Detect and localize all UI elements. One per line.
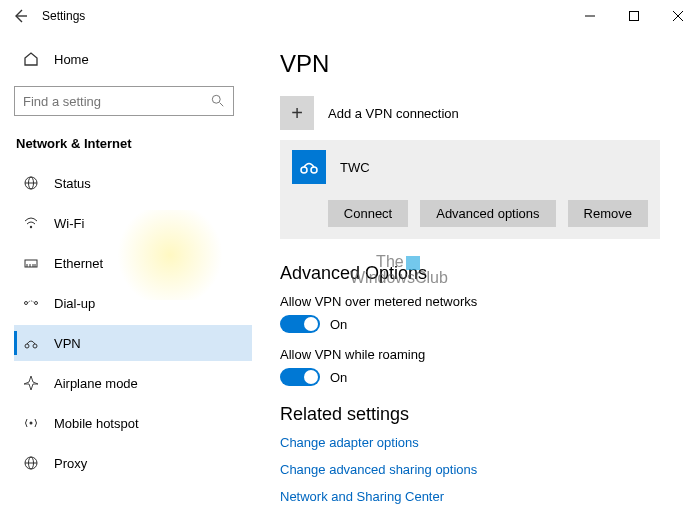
sidebar-item-label: Proxy (54, 456, 87, 471)
svg-point-4 (212, 95, 220, 103)
link-adapter-options[interactable]: Change adapter options (280, 435, 672, 450)
sidebar-item-label: Status (54, 176, 91, 191)
link-network-center[interactable]: Network and Sharing Center (280, 489, 672, 504)
main-content: VPN + Add a VPN connection TWC Connect A… (252, 32, 700, 526)
sidebar-item-proxy[interactable]: Proxy (14, 445, 252, 481)
metered-state: On (330, 317, 347, 332)
sidebar-item-label: Airplane mode (54, 376, 138, 391)
sidebar-item-label: VPN (54, 336, 81, 351)
svg-line-5 (220, 103, 224, 107)
wifi-icon (22, 214, 40, 232)
vpn-connection-card[interactable]: TWC Connect Advanced options Remove (280, 140, 660, 239)
metered-label: Allow VPN over metered networks (280, 294, 672, 309)
svg-point-17 (25, 344, 29, 348)
svg-point-9 (30, 226, 32, 228)
svg-point-23 (301, 167, 307, 173)
dialup-icon (22, 294, 40, 312)
plus-icon: + (280, 96, 314, 130)
minimize-button[interactable] (568, 0, 612, 32)
sidebar: Home Network & Internet Status Wi-Fi Eth… (0, 32, 252, 526)
sidebar-item-vpn[interactable]: VPN (14, 325, 252, 361)
page-title: VPN (280, 50, 672, 78)
proxy-icon (22, 454, 40, 472)
roaming-label: Allow VPN while roaming (280, 347, 672, 362)
sidebar-home-label: Home (54, 52, 89, 67)
sidebar-item-dialup[interactable]: Dial-up (14, 285, 252, 321)
hotspot-icon (22, 414, 40, 432)
add-vpn-connection[interactable]: + Add a VPN connection (280, 96, 672, 130)
airplane-icon (22, 374, 40, 392)
vpn-connection-icon (292, 150, 326, 184)
metered-toggle[interactable] (280, 315, 320, 333)
ethernet-icon (22, 254, 40, 272)
connect-button[interactable]: Connect (328, 200, 408, 227)
titlebar: Settings (0, 0, 700, 32)
sidebar-item-ethernet[interactable]: Ethernet (14, 245, 252, 281)
back-button[interactable] (10, 6, 30, 26)
globe-icon (22, 174, 40, 192)
remove-button[interactable]: Remove (568, 200, 648, 227)
sidebar-item-label: Ethernet (54, 256, 103, 271)
link-sharing-options[interactable]: Change advanced sharing options (280, 462, 672, 477)
svg-point-15 (25, 302, 28, 305)
home-icon (22, 50, 40, 68)
svg-point-18 (33, 344, 37, 348)
sidebar-home[interactable]: Home (14, 42, 252, 76)
roaming-state: On (330, 370, 347, 385)
search-input[interactable] (23, 94, 211, 109)
sidebar-item-label: Wi-Fi (54, 216, 84, 231)
svg-point-16 (35, 302, 38, 305)
add-vpn-label: Add a VPN connection (328, 106, 459, 121)
sidebar-section-header: Network & Internet (14, 126, 252, 161)
maximize-button[interactable] (612, 0, 656, 32)
advanced-options-heading: Advanced Options (280, 263, 672, 284)
svg-rect-1 (630, 12, 639, 21)
search-icon (211, 94, 225, 108)
related-heading: Related settings (280, 404, 672, 425)
search-box[interactable] (14, 86, 234, 116)
sidebar-item-airplane[interactable]: Airplane mode (14, 365, 252, 401)
vpn-connection-name: TWC (340, 160, 370, 175)
svg-point-24 (311, 167, 317, 173)
sidebar-item-label: Mobile hotspot (54, 416, 139, 431)
advanced-options-button[interactable]: Advanced options (420, 200, 555, 227)
sidebar-item-status[interactable]: Status (14, 165, 252, 201)
close-button[interactable] (656, 0, 700, 32)
svg-point-19 (30, 422, 33, 425)
sidebar-item-hotspot[interactable]: Mobile hotspot (14, 405, 252, 441)
roaming-toggle[interactable] (280, 368, 320, 386)
sidebar-item-wifi[interactable]: Wi-Fi (14, 205, 252, 241)
vpn-icon (22, 334, 40, 352)
window-title: Settings (42, 9, 85, 23)
sidebar-item-label: Dial-up (54, 296, 95, 311)
